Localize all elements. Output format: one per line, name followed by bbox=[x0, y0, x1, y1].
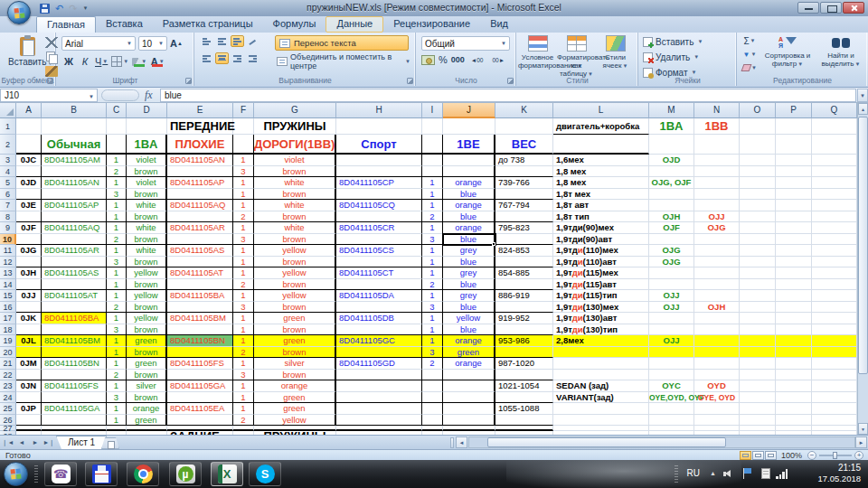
cell-N24[interactable]: OYE, OYD bbox=[694, 392, 740, 404]
cell-B7[interactable]: 8D0411105AP bbox=[42, 200, 107, 211]
clipboard-dialog-launcher[interactable] bbox=[47, 78, 53, 84]
cell-M19[interactable]: OJJ bbox=[649, 335, 694, 347]
cell-J17[interactable]: yellow bbox=[443, 313, 495, 324]
network-signal-icon[interactable] bbox=[776, 469, 790, 479]
cell-Q24[interactable] bbox=[812, 392, 857, 404]
cell-P10[interactable] bbox=[776, 234, 812, 246]
cell-E5[interactable]: 8D0411105AP bbox=[167, 177, 233, 189]
cell-N23[interactable]: OYD bbox=[694, 380, 740, 392]
cell-D13[interactable]: yellow bbox=[127, 267, 167, 279]
cell-G9[interactable]: white bbox=[254, 222, 336, 234]
italic-button[interactable]: К bbox=[78, 54, 92, 69]
cell-H11[interactable]: 8D0411105CS bbox=[336, 245, 422, 257]
copy-icon[interactable] bbox=[45, 52, 58, 62]
cell-H12[interactable] bbox=[336, 257, 422, 268]
cell-B24[interactable] bbox=[42, 392, 107, 404]
cell-A9[interactable]: 0JF bbox=[16, 222, 42, 234]
align-center-icon[interactable] bbox=[215, 52, 229, 64]
cell-H14[interactable] bbox=[336, 279, 422, 291]
row-header-16[interactable]: 16 bbox=[0, 302, 16, 314]
cell-J16[interactable]: blue bbox=[443, 302, 495, 314]
cell-B2[interactable]: Обычная bbox=[42, 135, 107, 155]
cell-C10[interactable]: 2 bbox=[107, 234, 127, 246]
cell-L15[interactable]: 1,9тди(115)тип bbox=[553, 290, 649, 302]
cell-C14[interactable]: 1 bbox=[107, 279, 127, 291]
cell-B26[interactable] bbox=[42, 415, 107, 427]
cell-E11[interactable]: 8D0411105AS bbox=[167, 245, 233, 257]
cell-F16[interactable]: 3 bbox=[233, 302, 254, 314]
align-middle-icon[interactable] bbox=[215, 35, 229, 47]
cell-F3[interactable]: 1 bbox=[233, 155, 254, 166]
cell-M8[interactable]: OJH bbox=[649, 211, 694, 223]
cell-O18[interactable] bbox=[740, 324, 776, 336]
row-header-21[interactable]: 21 bbox=[0, 358, 16, 370]
font-size-select[interactable]: 10▼ bbox=[138, 36, 167, 51]
cell-D2[interactable]: 1BA bbox=[127, 135, 167, 155]
cell-A24[interactable] bbox=[16, 392, 42, 404]
cell-P26[interactable] bbox=[776, 415, 812, 427]
cell-D20[interactable]: brown bbox=[127, 347, 167, 359]
cell-C24[interactable]: 3 bbox=[107, 392, 127, 404]
cell-O4[interactable] bbox=[740, 166, 776, 178]
cell-N15[interactable] bbox=[694, 290, 740, 302]
cell-F9[interactable]: 1 bbox=[233, 222, 254, 234]
sheet-tab[interactable]: Лист 1 bbox=[56, 436, 107, 449]
cell-F6[interactable]: 1 bbox=[233, 189, 254, 201]
cell-L24[interactable]: VARIANT(зад) bbox=[553, 392, 649, 404]
column-header-L[interactable]: L bbox=[553, 103, 649, 118]
row-header-20[interactable]: 20 bbox=[0, 347, 16, 359]
column-header-G[interactable]: G bbox=[254, 103, 336, 118]
cell-K1[interactable] bbox=[495, 118, 553, 135]
row-header-18[interactable]: 18 bbox=[0, 324, 16, 336]
row-header-4[interactable]: 4 bbox=[0, 166, 16, 178]
cell-P6[interactable] bbox=[776, 189, 812, 201]
cell-M4[interactable] bbox=[649, 166, 694, 178]
cell-D4[interactable]: brown bbox=[127, 166, 167, 178]
cell-N26[interactable] bbox=[694, 415, 740, 427]
cell-F13[interactable]: 1 bbox=[233, 267, 254, 279]
cell-G21[interactable]: silver bbox=[254, 358, 336, 370]
cell-I2[interactable] bbox=[422, 135, 443, 155]
cell-K22[interactable] bbox=[495, 370, 553, 381]
cell-H20[interactable] bbox=[336, 347, 422, 359]
cell-H1[interactable] bbox=[336, 118, 422, 135]
cell-B18[interactable] bbox=[42, 324, 107, 336]
cell-L8[interactable]: 1,8т тип bbox=[553, 211, 649, 223]
cell-K8[interactable] bbox=[495, 211, 553, 223]
tab-Формулы[interactable]: Формулы bbox=[263, 16, 326, 33]
cell-F24[interactable]: 1 bbox=[233, 392, 254, 404]
cell-N11[interactable] bbox=[694, 245, 740, 257]
cell-Q20[interactable] bbox=[812, 347, 857, 359]
insert-function-button[interactable]: fx bbox=[145, 89, 153, 102]
cell-H2[interactable]: Спорт bbox=[336, 135, 422, 155]
tab-Разметка страницы[interactable]: Разметка страницы bbox=[153, 16, 263, 33]
cell-M15[interactable]: OJJ bbox=[649, 290, 694, 302]
cell-K5[interactable]: 739-766 bbox=[495, 177, 553, 189]
cell-M22[interactable] bbox=[649, 370, 694, 381]
align-left-icon[interactable] bbox=[200, 52, 213, 64]
cell-N9[interactable]: OJG bbox=[694, 222, 740, 234]
cell-N17[interactable] bbox=[694, 313, 740, 324]
decrease-decimal-icon[interactable]: 00► bbox=[489, 55, 507, 65]
cell-I24[interactable] bbox=[422, 392, 443, 404]
row-header-12[interactable]: 12 bbox=[0, 257, 16, 268]
cell-I13[interactable]: 1 bbox=[422, 267, 443, 279]
column-header-E[interactable]: E bbox=[167, 103, 233, 118]
row-header-7[interactable]: 7 bbox=[0, 200, 16, 211]
cell-I17[interactable]: 1 bbox=[422, 313, 443, 324]
cell-E9[interactable]: 8D0411105AR bbox=[167, 222, 233, 234]
cell-A14[interactable] bbox=[16, 279, 42, 291]
column-header-D[interactable]: D bbox=[127, 103, 167, 118]
cell-L20[interactable] bbox=[553, 347, 649, 359]
cell-K15[interactable]: 886-919 bbox=[495, 290, 553, 302]
cell-I19[interactable]: 1 bbox=[422, 335, 443, 347]
cell-K7[interactable]: 767-794 bbox=[495, 200, 553, 211]
cell-Q3[interactable] bbox=[812, 155, 857, 166]
cell-H23[interactable] bbox=[336, 380, 422, 392]
cell-M25[interactable] bbox=[649, 403, 694, 415]
grow-font-button[interactable]: А▲ bbox=[169, 36, 184, 51]
column-header-H[interactable]: H bbox=[336, 103, 422, 118]
cell-F17[interactable]: 1 bbox=[233, 313, 254, 324]
cell-E24[interactable] bbox=[167, 392, 233, 404]
column-header-B[interactable]: B bbox=[42, 103, 107, 118]
